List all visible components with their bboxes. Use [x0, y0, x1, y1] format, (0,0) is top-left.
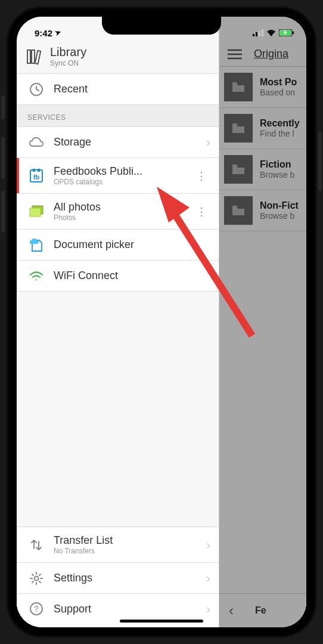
sidebar-item-settings[interactable]: Settings ›: [17, 562, 219, 593]
menu-label: All photos: [54, 201, 191, 213]
overlay-dimmer[interactable]: [219, 17, 306, 627]
chevron-right-icon: ›: [206, 135, 210, 149]
menu-label: Feedbooks Publi...: [54, 165, 191, 178]
transfer-icon: [29, 537, 44, 553]
library-subtitle: Sync ON: [50, 59, 86, 67]
library-header[interactable]: Library Sync ON: [17, 42, 219, 73]
svg-rect-12: [33, 169, 35, 172]
kebab-icon[interactable]: ⋮: [191, 167, 210, 185]
menu-label: Recent: [54, 83, 210, 95]
wifi-icon: [29, 268, 44, 284]
phone-frame: 9:42 ➤: [6, 6, 317, 638]
svg-rect-13: [38, 169, 40, 172]
document-picker-icon: [29, 237, 44, 253]
menu-label: Storage: [54, 136, 201, 148]
chevron-right-icon: ›: [206, 571, 210, 585]
svg-rect-16: [30, 208, 41, 216]
svg-point-17: [35, 576, 39, 580]
menu-sublabel: Photos: [54, 213, 191, 222]
bookshelf-icon: [26, 48, 44, 66]
sidebar-item-feedbooks[interactable]: fb Feedbooks Publi... OPDS catalogs ⋮: [17, 157, 219, 193]
menu-label: Transfer List: [54, 534, 201, 547]
svg-rect-0: [253, 34, 254, 36]
sidebar-item-document-picker[interactable]: Document picker: [17, 229, 219, 260]
menu-label: Document picker: [54, 239, 210, 251]
clock-icon: [29, 82, 44, 97]
svg-rect-1: [256, 32, 257, 36]
screen: 9:42 ➤: [17, 17, 306, 627]
notch: [102, 17, 221, 35]
sidebar-item-storage[interactable]: Storage ›: [17, 126, 219, 157]
sidebar-item-wifi-connect[interactable]: WiFi Connect: [17, 260, 219, 291]
feedbooks-icon: fb: [29, 168, 44, 184]
chevron-right-icon: ›: [206, 602, 210, 616]
library-title: Library: [50, 45, 86, 59]
menu-label: WiFi Connect: [54, 270, 210, 282]
main-area: Origina Most Po Based on: [219, 17, 306, 627]
home-indicator[interactable]: [120, 620, 203, 623]
cloud-icon: [29, 135, 44, 150]
services-header: SERVICES: [17, 104, 219, 126]
photos-icon: [29, 204, 44, 219]
kebab-icon[interactable]: ⋮: [191, 203, 210, 221]
gear-icon: [29, 571, 44, 586]
sidebar: Library Sync ON Recent SERVICES: [17, 17, 219, 627]
menu-sublabel: No Transfers: [54, 547, 201, 555]
location-icon: ➤: [54, 28, 62, 38]
menu-label: Support: [54, 603, 201, 615]
battery-icon: [279, 29, 294, 36]
wifi-status-icon: [266, 29, 276, 36]
sidebar-item-transfer-list[interactable]: Transfer List No Transfers ›: [17, 527, 219, 562]
menu-label: Settings: [54, 572, 201, 584]
status-icons: [253, 29, 294, 36]
svg-rect-7: [27, 50, 30, 63]
svg-rect-9: [35, 50, 41, 64]
svg-text:fb: fb: [33, 174, 40, 181]
sidebar-item-recent[interactable]: Recent: [17, 73, 219, 104]
signal-icon: [253, 29, 263, 36]
menu-sublabel: OPDS catalogs: [54, 178, 191, 186]
svg-text:?: ?: [34, 604, 39, 614]
help-icon: ?: [29, 601, 44, 617]
svg-rect-2: [259, 31, 260, 36]
status-time: 9:42: [35, 28, 52, 38]
svg-rect-8: [32, 50, 35, 63]
chevron-right-icon: ›: [206, 538, 210, 552]
svg-rect-6: [293, 32, 294, 35]
sidebar-item-all-photos[interactable]: All photos Photos ⋮: [17, 193, 219, 229]
svg-rect-3: [262, 29, 263, 36]
